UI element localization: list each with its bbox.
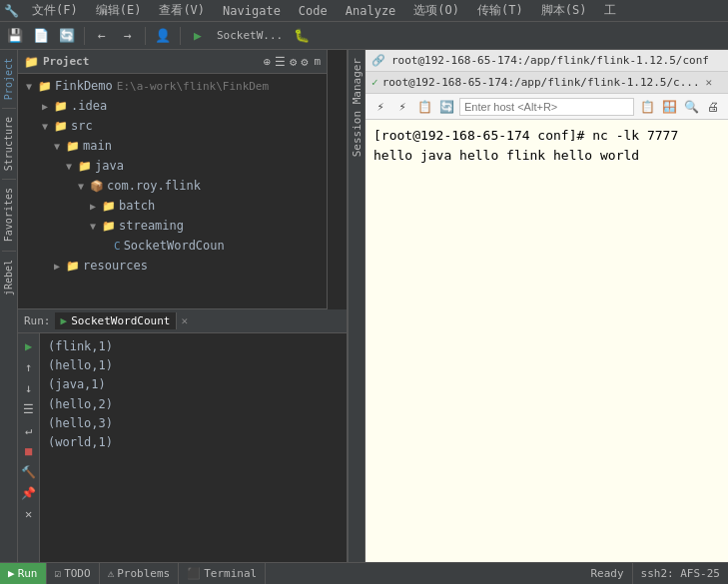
scroll-down-button[interactable]: ↓ [20, 379, 38, 397]
filter-button[interactable]: ☰ [20, 400, 38, 418]
layout-icon[interactable]: ☰ [275, 55, 286, 69]
terminal-tab-close[interactable]: ✕ [706, 76, 713, 89]
ready-status: Ready [582, 563, 632, 584]
wrap-button[interactable]: ↵ [20, 421, 38, 439]
left-panels: 📁 Project ⊕ ☰ ⚙ ⚙ m ▼ 📁 FinkDemo E:\ [18, 50, 348, 584]
terminal-tab[interactable]: ⬛ Terminal [179, 563, 266, 584]
problems-tab[interactable]: ⚠ Problems [100, 563, 180, 584]
ssh-host-input[interactable] [459, 98, 634, 116]
tree-item-batch[interactable]: ▶ 📁 batch [18, 196, 327, 216]
ssh-print-btn[interactable]: 🖨 [704, 98, 722, 116]
terminal-titlebar: 🔗 root@192-168-65-174:/app/flink/flink-1… [365, 50, 728, 72]
menu-code[interactable]: Code [295, 2, 332, 20]
scroll-indicator: m [314, 55, 321, 68]
expand-arrow-streaming: ▼ [90, 221, 102, 232]
ssh-btn-4[interactable]: 🔄 [437, 98, 455, 116]
terminal-tab-bar: ✓ root@192-168-65-174:/app/flink/flink-1… [365, 72, 728, 94]
run-line-6: (world,1) [48, 433, 339, 452]
project-panel-header: 📁 Project ⊕ ☰ ⚙ ⚙ m [18, 50, 327, 74]
tree-item-main[interactable]: ▼ 📁 main [18, 136, 327, 156]
favorites-tab[interactable]: Favorites [2, 184, 15, 246]
menu-navigate[interactable]: Navigate [219, 2, 285, 20]
rerun-button[interactable]: ▶ [20, 337, 38, 355]
expand-arrow-src: ▼ [42, 121, 54, 132]
run-status-tab[interactable]: ▶ Run [0, 563, 47, 584]
expand-arrow-resources: ▶ [54, 261, 66, 272]
save-button[interactable]: 💾 [4, 25, 26, 47]
ssh-search-btn[interactable]: 🔍 [682, 98, 700, 116]
problems-icon: ⚠ [108, 567, 115, 580]
run-panel-header: Run: ▶ SocketWordCount ✕ [18, 309, 347, 333]
run-tab-socketwordcount[interactable]: ▶ SocketWordCount [55, 312, 178, 329]
expand-arrow-main: ▼ [54, 141, 66, 152]
divider-1 [2, 108, 16, 109]
terminal-content: [root@192-168-65-174 conf]# nc -lk 7777 … [365, 120, 728, 584]
todo-icon: ☑ [55, 567, 62, 580]
close-button[interactable]: ✕ [20, 505, 38, 523]
terminal-label: Terminal [204, 567, 257, 580]
tree-item-socketwordcount[interactable]: C SocketWordCoun [18, 236, 327, 256]
tree-item-idea[interactable]: ▶ 📁 .idea [18, 96, 327, 116]
tree-label-batch: batch [119, 199, 155, 213]
tree-item-java[interactable]: ▼ 📁 java [18, 156, 327, 176]
run-button[interactable]: ▶ [187, 25, 209, 47]
tree-path-root: E:\a-work\flink\FinkDem [117, 80, 269, 93]
folder-icon-idea: 📁 [54, 100, 68, 113]
terminal-line-1: [root@192-168-65-174 conf]# nc -lk 7777 [373, 126, 720, 146]
tree-item-resources[interactable]: ▶ 📁 resources [18, 256, 327, 276]
folder-icon-src: 📁 [54, 120, 68, 133]
run-line-3: (java,1) [48, 375, 339, 394]
expand-arrow-root: ▼ [26, 81, 38, 92]
menu-options[interactable]: 选项(O) [409, 0, 463, 21]
ssh-btn-1[interactable]: ⚡ [371, 98, 389, 116]
build-button[interactable]: 🔨 [20, 463, 38, 481]
main-toolbar: 💾 📄 🔄 ← → 👤 ▶ SocketW... 🐛 [0, 22, 728, 50]
tree-label-idea: .idea [71, 99, 107, 113]
terminal-icon: ⬛ [187, 567, 201, 580]
settings-icon[interactable]: ⚙ [290, 55, 297, 69]
terminal-title-text: root@192-168-65-174:/app/flink/flink-1.1… [391, 54, 722, 67]
jrebel-tab[interactable]: jRebel [2, 256, 15, 299]
structure-tab[interactable]: Structure [2, 113, 15, 175]
tree-item-src[interactable]: ▼ 📁 src [18, 116, 327, 136]
add-icon[interactable]: ⊕ [264, 55, 271, 69]
menu-transfer[interactable]: 传输(T) [473, 0, 527, 21]
ssh-btn-3[interactable]: 📋 [415, 98, 433, 116]
pin-button[interactable]: 📌 [20, 484, 38, 502]
sync-button[interactable]: 🔄 [56, 25, 78, 47]
menu-analyze[interactable]: Analyze [342, 2, 400, 20]
ssh-window-btn[interactable]: 🪟 [660, 98, 678, 116]
menu-extra[interactable]: 工 [600, 0, 620, 21]
gear-icon[interactable]: ⚙ [301, 55, 308, 69]
ssh-btn-2[interactable]: ⚡ [393, 98, 411, 116]
scroll-up-button[interactable]: ↑ [20, 358, 38, 376]
folder-icon-batch: 📁 [102, 200, 116, 213]
menu-file[interactable]: 文件(F) [28, 0, 82, 21]
expand-arrow-batch: ▶ [90, 201, 102, 212]
run-icon: ▶ [61, 314, 68, 327]
stop-button[interactable]: ■ [20, 442, 38, 460]
run-content-area: ▶ ↑ ↓ ☰ ↵ ■ 🔨 📌 ✕ (flink,1) (hello,1) [18, 333, 347, 584]
debug-button[interactable]: 🐛 [291, 25, 313, 47]
run-line-5: (hello,3) [48, 414, 339, 433]
project-tab[interactable]: Project [2, 54, 15, 104]
menu-view[interactable]: 查看(V) [155, 0, 209, 21]
todo-label: TODO [64, 567, 91, 580]
todo-tab[interactable]: ☑ TODO [47, 563, 100, 584]
forward-button[interactable]: → [117, 25, 139, 47]
menu-scripts[interactable]: 脚本(S) [537, 0, 591, 21]
user-button[interactable]: 👤 [152, 25, 174, 47]
folder-icon-streaming: 📁 [102, 220, 116, 233]
tree-item-package[interactable]: ▼ 📦 com.roy.flink [18, 176, 327, 196]
divider-2 [2, 179, 16, 180]
run-icon-status: ▶ [8, 567, 15, 580]
tree-item-streaming[interactable]: ▼ 📁 streaming [18, 216, 327, 236]
back-button[interactable]: ← [91, 25, 113, 47]
session-manager-tab[interactable]: Session Manager [348, 50, 365, 584]
tree-item-root[interactable]: ▼ 📁 FinkDemo E:\a-work\flink\FinkDem [18, 76, 327, 96]
new-file-button[interactable]: 📄 [30, 25, 52, 47]
ssh-copy-btn[interactable]: 📋 [638, 98, 656, 116]
close-run-tab-icon[interactable]: ✕ [181, 314, 188, 327]
folder-icon-root: 📁 [38, 80, 52, 93]
menu-edit[interactable]: 编辑(E) [92, 0, 146, 21]
